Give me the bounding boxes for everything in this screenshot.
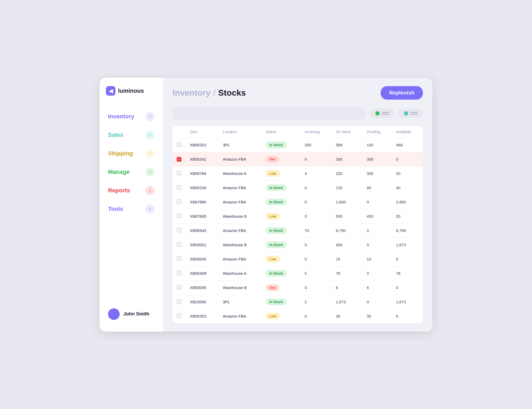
filter-line <box>410 112 418 113</box>
filter-bar <box>172 107 423 120</box>
cell-status: In Stock <box>262 180 300 195</box>
table-row: XB50784Warehouse ALow432030020 <box>172 166 423 180</box>
cell-checkbox <box>172 209 186 223</box>
cell-incoming: 0 <box>300 195 332 209</box>
sidebar-spacer <box>106 219 157 305</box>
col-incoming-header: Incoming <box>300 126 332 138</box>
user-name: John Smith <box>123 311 149 317</box>
cell-status: Out <box>262 152 300 166</box>
cell-checkbox <box>172 309 186 323</box>
cell-incoming: 0 <box>300 209 332 223</box>
inventory-table: SKU Location Status Incoming On Hand Pen… <box>172 126 423 323</box>
cell-pending: 80 <box>362 180 392 195</box>
cell-sku: XB50230 <box>186 180 219 195</box>
cell-location: Amazon FBA <box>219 195 262 209</box>
avatar <box>108 308 120 320</box>
cell-available: 20 <box>392 166 423 180</box>
replenish-button[interactable]: Replenish <box>381 86 423 100</box>
sidebar-item-inventory[interactable]: Inventory › <box>106 108 157 125</box>
status-badge: In Stock <box>266 270 287 277</box>
checkbox[interactable] <box>177 228 181 233</box>
cell-location: Warehouse B <box>219 280 262 295</box>
col-sku-header: SKU <box>186 126 219 138</box>
filter-line <box>382 114 389 115</box>
filter-button-green[interactable] <box>370 109 394 118</box>
cell-incoming: 0 <box>300 252 332 266</box>
cell-checkbox <box>172 166 186 180</box>
cell-status: Low <box>262 309 300 323</box>
cell-available: 50 <box>392 209 423 223</box>
cell-status: In Stock <box>262 266 300 280</box>
cell-sku: XB67890 <box>186 195 219 209</box>
cell-location: 3PL <box>219 138 262 152</box>
table-row: XB50095Warehouse BOut0660 <box>172 280 423 295</box>
checkbox[interactable] <box>177 199 181 204</box>
sidebar-item-sales[interactable]: Sales › <box>106 127 157 143</box>
breadcrumb-inventory: Inventory <box>172 88 211 98</box>
status-badge: Low <box>266 313 280 319</box>
cell-on_hand: 2,800 <box>332 195 362 209</box>
sidebar-arrow-inventory: › <box>146 112 155 121</box>
cell-location: Warehouse A <box>219 266 262 280</box>
search-input[interactable] <box>172 107 366 120</box>
cell-sku: XB00353 <box>186 309 219 323</box>
sidebar-item-reports[interactable]: Reports › <box>106 182 157 199</box>
sidebar-nav: Inventory › Sales › Shipping › Manage › … <box>106 108 157 219</box>
cell-incoming: 5 <box>300 266 332 280</box>
cell-pending: 10 <box>362 252 392 266</box>
cell-status: In Stock <box>262 195 300 209</box>
status-badge: In Stock <box>266 299 287 305</box>
checkbox[interactable] <box>177 271 181 275</box>
cell-checkbox <box>172 252 186 266</box>
cell-incoming: 0 <box>300 238 332 252</box>
user-area: John Smith <box>106 305 157 323</box>
breadcrumb-sep: / <box>213 88 216 98</box>
checkbox[interactable] <box>177 299 181 304</box>
filter-line <box>382 112 389 113</box>
sidebar-item-manage[interactable]: Manage › <box>106 164 157 180</box>
cell-available: 6,790 <box>392 223 423 238</box>
cell-available: 5 <box>392 252 423 266</box>
filter-button-blue[interactable] <box>399 109 423 118</box>
cell-location: Warehouse A <box>219 166 262 180</box>
checkbox[interactable] <box>177 185 181 190</box>
checkbox[interactable] <box>177 142 181 147</box>
table-wrapper: SKU Location Status Incoming On Hand Pen… <box>172 126 423 323</box>
cell-available: 2,800 <box>392 195 423 209</box>
cell-on_hand: 78 <box>332 266 362 280</box>
sidebar-item-shipping[interactable]: Shipping › <box>106 145 157 162</box>
col-checkbox <box>172 126 186 138</box>
status-badge: Low <box>266 256 280 262</box>
sidebar-label-tools: Tools <box>108 206 123 212</box>
cell-incoming: 0 <box>300 180 332 195</box>
cell-sku: XB67845 <box>186 209 219 223</box>
cell-status: In Stock <box>262 238 300 252</box>
checkbox[interactable] <box>177 285 181 290</box>
checkbox[interactable] <box>177 242 181 247</box>
cell-incoming: 200 <box>300 138 332 152</box>
cell-location: Amazon FBA <box>219 252 262 266</box>
table-row: XB67845Warehouse BLow050045050 <box>172 209 423 223</box>
status-badge: In Stock <box>266 142 287 148</box>
cell-pending: 0 <box>362 195 392 209</box>
cell-incoming: 2 <box>300 295 332 309</box>
checkbox[interactable] <box>177 313 181 318</box>
checkbox[interactable] <box>177 256 181 261</box>
cell-status: Out <box>262 280 300 295</box>
cell-pending: 0 <box>362 295 392 309</box>
cell-checkbox <box>172 138 186 152</box>
breadcrumb-stocks: Stocks <box>218 88 246 98</box>
sidebar-arrow-tools: › <box>146 204 155 213</box>
status-badge: In Stock <box>266 227 287 234</box>
table-row: XB67890Amazon FBAIn Stock02,80002,800 <box>172 195 423 209</box>
checkbox[interactable] <box>177 171 181 175</box>
table-row: XB00353Amazon FBALow036306 <box>172 309 423 323</box>
filter-dot-green <box>375 111 380 115</box>
checkbox[interactable]: ✓ <box>177 157 181 162</box>
cell-sku: XB50095 <box>186 280 219 295</box>
cell-pending: 0 <box>362 266 392 280</box>
status-badge: In Stock <box>266 199 287 205</box>
cell-status: Low <box>262 252 300 266</box>
checkbox[interactable] <box>177 213 181 218</box>
sidebar-item-tools[interactable]: Tools › <box>106 201 157 217</box>
